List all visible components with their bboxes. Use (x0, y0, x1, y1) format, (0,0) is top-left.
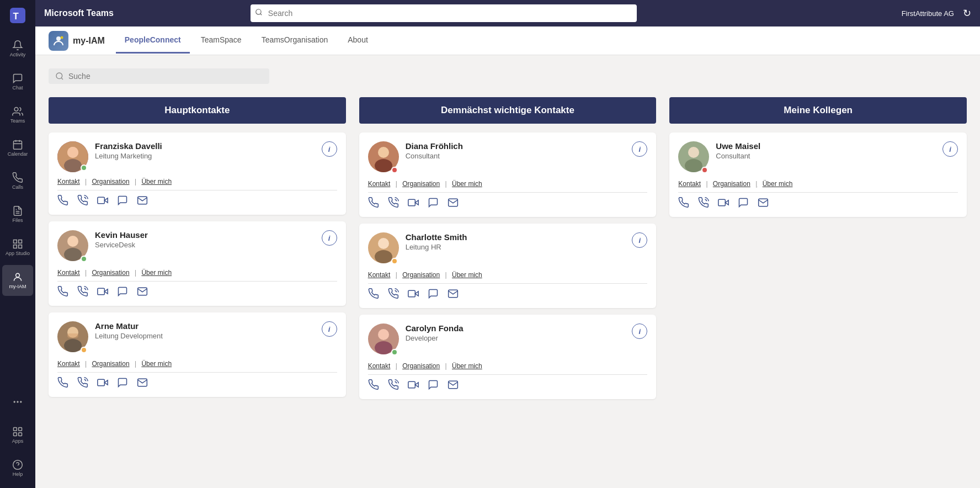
link-kontakt[interactable]: Kontakt (57, 360, 80, 368)
phone-icon[interactable] (368, 197, 379, 208)
phone-icon[interactable] (57, 286, 68, 297)
card-divider (57, 190, 337, 190)
chat-icon[interactable] (117, 286, 128, 297)
sep2: | (135, 178, 136, 185)
sidebar-item-more[interactable] (2, 386, 33, 417)
teams-call-icon[interactable] (77, 286, 88, 297)
phone-icon[interactable] (678, 197, 689, 208)
col-header-hauptkontakte: Hauptkontakte (49, 97, 346, 124)
link-ueber-mich[interactable]: Über mich (141, 269, 172, 277)
sidebar-item-myiam[interactable]: my-IAM (2, 265, 33, 296)
sidebar-item-appstudio[interactable]: App Studio (2, 232, 33, 263)
sidebar-item-apps[interactable]: Apps (2, 420, 33, 450)
tab-teamspace[interactable]: TeamSpace (192, 28, 251, 54)
sidebar-item-help[interactable]: Help (2, 453, 33, 484)
sidebar-label-apps: Apps (12, 439, 24, 444)
sidebar-item-chat[interactable]: Chat (2, 66, 33, 97)
phone-icon[interactable] (57, 195, 68, 206)
info-button[interactable]: i (632, 141, 647, 157)
teams-call-icon[interactable] (388, 288, 399, 299)
link-ueber-mich[interactable]: Über mich (141, 178, 172, 185)
email-icon[interactable] (137, 195, 148, 206)
link-organisation[interactable]: Organisation (92, 360, 130, 368)
video-icon[interactable] (97, 377, 108, 388)
chat-icon[interactable] (428, 379, 439, 390)
info-button[interactable]: i (322, 321, 337, 337)
phone-icon[interactable] (57, 377, 68, 388)
chat-icon[interactable] (117, 195, 128, 206)
chat-icon[interactable] (428, 197, 439, 208)
link-ueber-mich[interactable]: Über mich (141, 360, 172, 368)
link-kontakt[interactable]: Kontakt (368, 271, 391, 279)
link-organisation[interactable]: Organisation (92, 269, 130, 277)
sidebar-item-files[interactable]: Files (2, 199, 33, 230)
topbar-search-input[interactable] (251, 4, 637, 22)
link-kontakt[interactable]: Kontakt (57, 269, 80, 277)
teams-call-icon[interactable] (698, 197, 709, 208)
refresh-icon[interactable]: ↻ (963, 7, 971, 19)
link-organisation[interactable]: Organisation (402, 180, 440, 188)
card-name: Arne Matur (95, 321, 322, 331)
svg-point-63 (685, 159, 702, 172)
chat-icon[interactable] (428, 288, 439, 299)
video-icon[interactable] (97, 286, 108, 297)
link-kontakt[interactable]: Kontakt (368, 180, 391, 188)
info-button[interactable]: i (632, 323, 647, 339)
svg-line-28 (61, 78, 63, 79)
content-search-input[interactable] (68, 72, 263, 81)
link-organisation[interactable]: Organisation (713, 180, 750, 188)
chat-icon[interactable] (117, 377, 128, 388)
link-ueber-mich[interactable]: Über mich (452, 362, 482, 370)
info-button[interactable]: i (632, 232, 647, 248)
svg-point-58 (375, 341, 392, 354)
email-icon[interactable] (758, 197, 769, 208)
sidebar-label-calls: Calls (12, 185, 23, 190)
link-ueber-mich[interactable]: Über mich (763, 180, 793, 188)
link-ueber-mich[interactable]: Über mich (452, 271, 482, 279)
teams-call-icon[interactable] (388, 197, 399, 208)
email-icon[interactable] (448, 197, 459, 208)
phone-icon[interactable] (368, 288, 379, 299)
video-icon[interactable] (408, 288, 419, 299)
link-kontakt[interactable]: Kontakt (57, 178, 80, 185)
tab-teamsorganisation[interactable]: TeamsOrganisation (253, 28, 337, 54)
card-role: ServiceDesk (95, 241, 322, 249)
tab-peopleconnect[interactable]: PeopleConnect (116, 28, 190, 54)
phone-icon[interactable] (368, 379, 379, 390)
email-icon[interactable] (137, 377, 148, 388)
email-icon[interactable] (448, 288, 459, 299)
card-name: Diana Fröhlich (406, 141, 632, 151)
teams-call-icon[interactable] (77, 195, 88, 206)
info-button[interactable]: i (322, 141, 337, 157)
info-button[interactable]: i (322, 230, 337, 246)
info-button[interactable]: i (942, 141, 958, 157)
sidebar-item-activity[interactable]: Activity (2, 33, 33, 64)
video-icon[interactable] (408, 197, 419, 208)
video-icon[interactable] (97, 195, 108, 206)
link-kontakt[interactable]: Kontakt (678, 180, 701, 188)
link-organisation[interactable]: Organisation (402, 271, 440, 279)
link-organisation[interactable]: Organisation (92, 178, 130, 185)
link-kontakt[interactable]: Kontakt (368, 362, 391, 370)
email-icon[interactable] (448, 379, 459, 390)
svg-point-25 (56, 36, 61, 41)
video-icon[interactable] (408, 379, 419, 390)
video-icon[interactable] (718, 197, 729, 208)
teams-call-icon[interactable] (388, 379, 399, 390)
svg-rect-12 (14, 245, 17, 248)
card-actions (57, 377, 337, 388)
sidebar-item-calls[interactable]: Calls (2, 166, 33, 197)
search-wrap (251, 4, 637, 22)
link-ueber-mich[interactable]: Über mich (452, 180, 482, 188)
email-icon[interactable] (137, 286, 148, 297)
chat-icon[interactable] (738, 197, 749, 208)
svg-marker-54 (415, 291, 418, 296)
sep1: | (706, 180, 707, 188)
link-organisation[interactable]: Organisation (402, 362, 440, 370)
card-info: Carolyn Fonda Developer (406, 323, 632, 342)
svg-rect-10 (19, 240, 22, 243)
tab-about[interactable]: About (339, 28, 377, 54)
teams-call-icon[interactable] (77, 377, 88, 388)
sidebar-item-teams[interactable]: Teams (2, 99, 33, 130)
sidebar-item-calendar[interactable]: Calendar (2, 132, 33, 163)
